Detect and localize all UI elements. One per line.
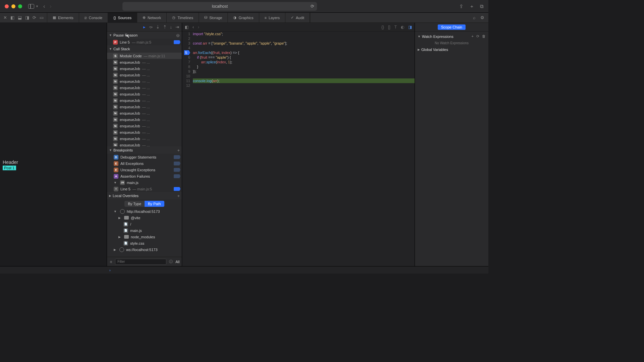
pause-reason-header[interactable]: ▼ Pause Reason ⊖ bbox=[107, 32, 182, 39]
source-file[interactable]: 📄main.js bbox=[107, 227, 182, 234]
search-icon[interactable]: ⌕ bbox=[473, 15, 476, 20]
line-number[interactable]: 8 bbox=[182, 64, 190, 69]
source-folder[interactable]: ▶@vite bbox=[107, 215, 182, 221]
right-sidebar-toggle-icon[interactable]: ◨ bbox=[408, 25, 412, 29]
line-number[interactable]: 3 bbox=[182, 41, 190, 46]
code-line[interactable]: arr.forEach((fruit, index) => { bbox=[193, 50, 415, 55]
line-number[interactable]: 7 bbox=[182, 60, 190, 64]
code-lines[interactable]: import "/style.css";const arr = ["orange… bbox=[193, 32, 415, 88]
tab-network[interactable]: ⊕Network bbox=[137, 13, 166, 23]
callstack-frame[interactable]: NenqueueJob— ... bbox=[107, 110, 182, 116]
tab-sources[interactable]: {}Sources bbox=[108, 13, 137, 23]
breakpoint-row[interactable]: EUncaught Exceptions bbox=[107, 167, 182, 173]
device-icon[interactable]: ▭ bbox=[40, 15, 44, 20]
line-number[interactable]: 11 bbox=[182, 78, 190, 83]
callstack-frame[interactable]: NenqueueJob— ... bbox=[107, 135, 182, 142]
type-profile-icon[interactable]: T bbox=[394, 25, 397, 29]
console-prompt[interactable]: › bbox=[0, 266, 488, 274]
callstack-frame[interactable]: NenqueueJob— ... bbox=[107, 123, 182, 129]
close-devtools-icon[interactable]: ✕ bbox=[3, 15, 7, 20]
breakpoints-header[interactable]: ▼ Breakpoints + bbox=[107, 146, 182, 154]
code-line[interactable]: }); bbox=[193, 69, 415, 74]
add-resource-icon[interactable]: + bbox=[110, 259, 112, 264]
breakpoint-row[interactable]: AAssertion Failures bbox=[107, 173, 182, 179]
tab-timelines[interactable]: ◷Timelines bbox=[166, 13, 199, 23]
tab-layers[interactable]: ≡Layers bbox=[259, 13, 285, 23]
back-button[interactable]: ‹ bbox=[43, 3, 45, 9]
source-folder[interactable]: ▶node_modules bbox=[107, 234, 182, 240]
line-number[interactable]: 1 bbox=[182, 32, 190, 36]
address-bar[interactable]: localhost ⟳ bbox=[122, 2, 317, 11]
code-area[interactable]: 123456789101112 import "/style.css";cons… bbox=[182, 32, 415, 266]
minimize-icon[interactable] bbox=[11, 4, 15, 8]
callstack-frame[interactable]: NenqueueJob— ... bbox=[107, 65, 182, 72]
seg-by-path[interactable]: By Path bbox=[145, 201, 164, 207]
tab-graphics[interactable]: ◑Graphics bbox=[227, 13, 259, 23]
bp-toggle[interactable] bbox=[174, 174, 180, 178]
step-over-button[interactable]: ⤼ bbox=[149, 24, 153, 29]
callstack-frame[interactable]: NenqueueJob— ... bbox=[107, 142, 182, 146]
tab-console[interactable]: ⎚Console bbox=[79, 13, 108, 23]
chevron-down-icon[interactable]: ▼ bbox=[36, 5, 39, 8]
callstack-frame[interactable]: NenqueueJob— ... bbox=[107, 116, 182, 123]
line-number[interactable]: 9 bbox=[182, 69, 190, 74]
bp-toggle[interactable] bbox=[174, 155, 180, 159]
step-into-button[interactable]: ⇣ bbox=[156, 24, 160, 29]
code-line[interactable] bbox=[193, 46, 415, 50]
code-line[interactable]: console.log(arr); bbox=[193, 78, 415, 83]
callstack-frame[interactable]: NenqueueJob— ... bbox=[107, 59, 182, 65]
code-line[interactable]: const arr = ["orange", "banana", "apple"… bbox=[193, 41, 415, 46]
step-out-button[interactable]: ⇡ bbox=[163, 24, 167, 29]
tab-elements[interactable]: ▦Elements bbox=[47, 13, 79, 23]
nav-back-icon[interactable]: ‹ bbox=[193, 25, 194, 29]
bp-toggle[interactable] bbox=[174, 162, 180, 166]
callstack-frame[interactable]: NenqueueJob— ... bbox=[107, 72, 182, 78]
watch-expressions-header[interactable]: ▼ Watch Expressions + ⟳ 🗑 bbox=[418, 33, 486, 40]
close-icon[interactable] bbox=[5, 4, 9, 8]
code-line[interactable]: if (fruit === "apple") { bbox=[193, 55, 415, 60]
brackets-icon[interactable]: [] bbox=[388, 25, 390, 29]
global-variables-header[interactable]: ▶ Global Variables bbox=[418, 46, 486, 53]
line-number[interactable]: 5 bbox=[182, 50, 190, 55]
info-icon[interactable]: ⓘ bbox=[169, 259, 173, 264]
line-gutter[interactable]: 123456789101112 bbox=[182, 32, 192, 88]
add-watch-icon[interactable]: + bbox=[472, 34, 474, 39]
breakpoint-row[interactable]: DDebugger Statements bbox=[107, 154, 182, 160]
refresh-watch-icon[interactable]: ⟳ bbox=[476, 34, 479, 39]
coverage-icon[interactable]: ◐ bbox=[401, 25, 404, 29]
line-number[interactable]: 12 bbox=[182, 83, 190, 88]
code-line[interactable] bbox=[193, 83, 415, 88]
code-line[interactable]: arr.splice(index, 1); bbox=[193, 60, 415, 64]
code-line[interactable]: } bbox=[193, 64, 415, 69]
filter-scope[interactable]: All bbox=[175, 260, 179, 264]
callstack-frame[interactable]: NenqueueJob— ... bbox=[107, 104, 182, 110]
source-origin[interactable]: ▶ws://localhost:5173 bbox=[107, 246, 182, 253]
line-number[interactable]: 6 bbox=[182, 55, 190, 60]
pretty-print-icon[interactable]: {} bbox=[381, 25, 384, 29]
source-origin[interactable]: ▼http://localhost:5173 bbox=[107, 208, 182, 215]
reload-ignore-cache-icon[interactable]: ⟳ bbox=[33, 15, 36, 20]
dock-right-icon[interactable]: ◨ bbox=[25, 15, 29, 20]
breakpoint-row[interactable]: EAll Exceptions bbox=[107, 160, 182, 167]
callstack-frame[interactable]: NenqueueJob— ... bbox=[107, 97, 182, 104]
code-line[interactable]: import "/style.css"; bbox=[193, 32, 415, 36]
settings-icon[interactable]: ⚙ bbox=[480, 15, 484, 20]
source-file[interactable]: 📄/ bbox=[107, 221, 182, 227]
sidebar-toggle-icon[interactable] bbox=[28, 4, 34, 9]
tab-audit[interactable]: ✓Audit bbox=[285, 13, 310, 23]
callstack-frame[interactable]: NenqueueJob— ... bbox=[107, 84, 182, 91]
maximize-icon[interactable] bbox=[18, 4, 22, 8]
code-line[interactable] bbox=[193, 36, 415, 41]
add-breakpoint-icon[interactable]: + bbox=[177, 148, 180, 153]
line-number[interactable]: 10 bbox=[182, 74, 190, 78]
deactivate-breakpoints-button[interactable]: ⇥ bbox=[175, 24, 179, 29]
filter-input[interactable] bbox=[115, 259, 166, 265]
callstack-frame[interactable]: NenqueueJob— ... bbox=[107, 78, 182, 84]
dock-left-icon[interactable]: ◧ bbox=[10, 15, 14, 20]
tab-storage[interactable]: ⛁Storage bbox=[199, 13, 228, 23]
dock-bottom-icon[interactable]: ⬓ bbox=[18, 15, 22, 20]
continue-button[interactable]: ▸ bbox=[143, 24, 146, 29]
tab-scope-chain[interactable]: Scope Chain bbox=[438, 24, 466, 30]
sidebar-toggle-icon[interactable]: ◧ bbox=[185, 25, 189, 29]
clear-watch-icon[interactable]: 🗑 bbox=[482, 34, 486, 39]
